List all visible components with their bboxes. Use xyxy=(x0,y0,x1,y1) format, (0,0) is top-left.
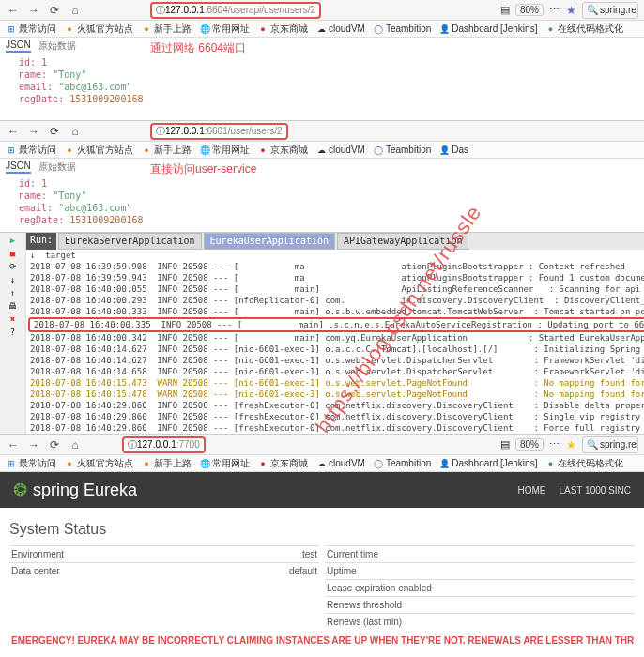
bm-jd[interactable]: ●京东商城 xyxy=(257,23,308,36)
menu-icon[interactable]: ⋯ xyxy=(549,438,560,451)
bm-newbie[interactable]: ●新手上路 xyxy=(141,144,192,157)
firefox-icon: ● xyxy=(64,145,75,156)
bm-jenkins[interactable]: 👤Dashboard [Jenkins] xyxy=(438,458,537,469)
console-section: ▶ ■ ⟳ ↓ ↑ 🖶 ✖ ? Run: EurekaServerApplica… xyxy=(0,232,644,434)
json-tab[interactable]: JSON xyxy=(6,160,31,174)
link-icon: 🌐 xyxy=(199,458,210,469)
print-icon[interactable]: 🖶 xyxy=(8,300,19,312)
eureka-nav: HOME LAST 1000 SINC xyxy=(517,485,631,496)
teambition-icon: ◯ xyxy=(373,458,384,469)
url-box-1[interactable]: ⓘ 127.0.0.1:6604/userapi/user/users/2 xyxy=(150,2,321,19)
raw-tab[interactable]: 原始数据 xyxy=(38,39,76,53)
bm-firefox[interactable]: ●火狐官方站点 xyxy=(64,457,133,470)
info-icon: ⓘ xyxy=(156,125,165,138)
home-icon[interactable]: ⌂ xyxy=(68,3,83,18)
search-icon: 🔍 xyxy=(587,439,598,450)
bm-jenkins[interactable]: 👤Dashboard [Jenkins] xyxy=(438,23,537,35)
format-icon: ● xyxy=(544,458,556,469)
bm-common[interactable]: 🌐常用网址 xyxy=(199,144,250,157)
x-icon[interactable]: ✖ xyxy=(8,313,19,325)
back-icon[interactable]: ← xyxy=(6,437,21,452)
run-tab-2[interactable]: APIGatewayApplication xyxy=(337,233,468,250)
nav-last1000[interactable]: LAST 1000 SINC xyxy=(559,485,631,496)
bm-cloudvm[interactable]: ☁cloudVM xyxy=(315,23,365,35)
direct-annotation: 直接访问user-service xyxy=(150,161,256,177)
run-icon[interactable]: ▶ xyxy=(8,235,19,246)
restart-icon[interactable]: ⟳ xyxy=(8,261,19,272)
bm-newbie[interactable]: ●新手上路 xyxy=(141,23,192,36)
bm-jenkins[interactable]: 👤Das xyxy=(438,145,468,156)
grid-icon: ⊞ xyxy=(6,23,17,35)
menu-icon[interactable]: ⋯ xyxy=(549,4,560,16)
bm-firefox[interactable]: ●火狐官方站点 xyxy=(64,144,133,157)
back-icon[interactable]: ← xyxy=(6,3,21,18)
zoom-indicator[interactable]: 80% xyxy=(515,438,544,451)
home-icon[interactable]: ⌂ xyxy=(68,124,83,139)
url-box-3[interactable]: ⓘ 127.0.0.1:7700 xyxy=(122,436,206,453)
system-status-title: System Status xyxy=(9,521,635,538)
bm-common[interactable]: 🌐常用网址 xyxy=(199,23,250,36)
cloud-icon: ☁ xyxy=(315,23,327,35)
renews-lm-row: Renews (last min) xyxy=(325,613,635,630)
search-box[interactable]: 🔍spring.re xyxy=(582,2,638,19)
teambition-icon: ◯ xyxy=(373,23,384,35)
browser-bar-3: ← → ⟳ ⌂ ⓘ 127.0.0.1:7700 ▤ 80% ⋯ ★ 🔍spri… xyxy=(0,435,644,455)
down-icon[interactable]: ↓ xyxy=(8,274,19,285)
stop-icon[interactable]: ■ xyxy=(8,248,19,259)
bm-most[interactable]: ⊞最常访问 xyxy=(6,144,56,157)
zoom-indicator[interactable]: 80% xyxy=(515,4,544,16)
back-icon[interactable]: ← xyxy=(6,124,21,139)
url-box-2[interactable]: ⓘ 127.0.0.1:6601/user/users/2 xyxy=(150,123,288,140)
url-ip: 127.0.0.1 xyxy=(165,5,205,15)
forward-icon[interactable]: → xyxy=(26,124,41,139)
reload-icon[interactable]: ⟳ xyxy=(47,3,62,18)
bm-teambition[interactable]: ◯Teambition xyxy=(373,23,431,35)
bookmarks-bar-3: ⊞最常访问 ●火狐官方站点 ●新手上路 🌐常用网址 ●京东商城 ☁cloudVM… xyxy=(0,455,644,472)
home-icon[interactable]: ⌂ xyxy=(68,437,83,452)
bookmark-star-icon[interactable]: ★ xyxy=(566,438,576,451)
run-tab-1[interactable]: EurekaUserApplication xyxy=(204,233,335,250)
eureka-body: System Status Environmenttest Data cente… xyxy=(0,508,644,657)
search-box[interactable]: 🔍spring.res xyxy=(582,436,638,453)
bm-cloudvm[interactable]: ☁cloudVM xyxy=(315,145,365,156)
help-icon[interactable]: ? xyxy=(8,327,19,338)
bm-common[interactable]: 🌐常用网址 xyxy=(199,457,250,470)
bm-fmt[interactable]: ●在线代码格式化 xyxy=(544,457,623,470)
nav-home[interactable]: HOME xyxy=(517,485,545,496)
bookmarks-bar: ⊞最常访问 ●火狐官方站点 ●新手上路 🌐常用网址 ●京东商城 ☁cloudVM… xyxy=(0,21,644,38)
bm-jd[interactable]: ●京东商城 xyxy=(257,457,308,470)
bm-most[interactable]: ⊞最常访问 xyxy=(6,23,56,36)
bm-most[interactable]: ⊞最常访问 xyxy=(6,457,56,470)
raw-tab[interactable]: 原始数据 xyxy=(38,160,76,174)
bm-teambition[interactable]: ◯Teambition xyxy=(373,458,431,469)
bm-cloudvm[interactable]: ☁cloudVM xyxy=(315,458,365,469)
json-body-1: id: 1 name: "Tony" email: "abc@163.com" … xyxy=(0,54,644,111)
bm-fmt[interactable]: ●在线代码格式化 xyxy=(544,23,623,36)
json-view-tabs-2: JSON 原始数据 xyxy=(0,159,644,176)
json-body-2: id: 1 name: "Tony" email: "abc@163.com" … xyxy=(0,176,644,232)
forward-icon[interactable]: → xyxy=(26,437,41,452)
reload-icon[interactable]: ⟳ xyxy=(47,437,62,452)
up-icon[interactable]: ↑ xyxy=(8,287,19,298)
info-icon: ⓘ xyxy=(128,438,137,451)
search-icon: 🔍 xyxy=(587,5,598,15)
env-row: Environmenttest xyxy=(9,545,319,562)
bm-teambition[interactable]: ◯Teambition xyxy=(373,145,431,156)
json-tab[interactable]: JSON xyxy=(6,39,31,53)
forward-icon[interactable]: → xyxy=(26,3,41,18)
bm-firefox[interactable]: ●火狐官方站点 xyxy=(64,23,133,36)
bookmark-star-icon[interactable]: ★ xyxy=(566,4,576,17)
bm-jd[interactable]: ●京东商城 xyxy=(257,144,308,157)
browser-bar-2: ← → ⟳ ⌂ ⓘ 127.0.0.1:6601/user/users/2 xyxy=(0,121,644,142)
reader-icon[interactable]: ▤ xyxy=(500,438,510,451)
emergency-message: EMERGENCY! EUREKA MAY BE INCORRECTLY CLA… xyxy=(9,630,635,651)
reader-icon[interactable]: ▤ xyxy=(500,4,510,16)
reload-icon[interactable]: ⟳ xyxy=(47,124,62,139)
run-tab-0[interactable]: EurekaServerApplication xyxy=(58,233,201,250)
jenkins-icon: 👤 xyxy=(438,23,450,35)
info-icon: ⓘ xyxy=(156,4,165,17)
console-gutter: ▶ ■ ⟳ ↓ ↑ 🖶 ✖ ? xyxy=(0,233,26,434)
bm-newbie[interactable]: ●新手上路 xyxy=(141,457,192,470)
firefox-icon: ● xyxy=(141,458,152,469)
eureka-header: ❂ spring Eureka HOME LAST 1000 SINC xyxy=(0,472,644,508)
